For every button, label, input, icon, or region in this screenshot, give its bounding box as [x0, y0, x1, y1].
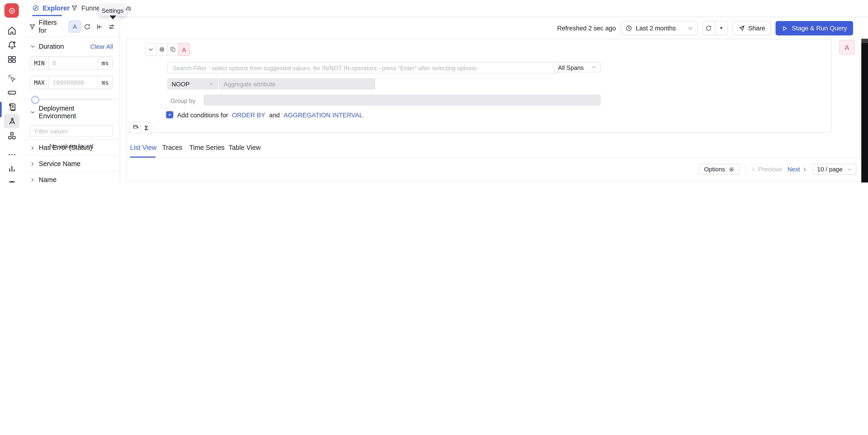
database-zap-icon — [132, 124, 139, 131]
settings-tooltip: Settings — [99, 4, 126, 16]
chevron-down-icon — [148, 46, 154, 53]
query-toolbar: A — [145, 43, 190, 56]
query-builder-button[interactable] — [129, 122, 141, 133]
tab-list-view[interactable]: List View — [130, 144, 157, 152]
caret-down-icon — [719, 26, 723, 30]
compass-icon — [32, 4, 39, 11]
bell-icon — [7, 40, 17, 49]
query-clone-button[interactable] — [167, 43, 179, 56]
deployment-filter-input[interactable] — [30, 125, 113, 137]
tooltip-caret — [110, 15, 116, 20]
refresh-options-button[interactable] — [715, 22, 727, 35]
target-eye-icon — [159, 46, 165, 53]
max-label: MAX — [30, 76, 49, 88]
duration-title: Duration — [39, 43, 64, 50]
tab-explorer[interactable]: Explorer — [32, 0, 69, 16]
duration-max-group: MAX ms — [30, 76, 113, 89]
next-page-button[interactable]: Next — [787, 166, 807, 173]
send-icon — [738, 25, 745, 32]
chevron-right-icon — [30, 177, 35, 182]
query-focus-button[interactable] — [156, 43, 168, 56]
nav-infrastructure[interactable] — [4, 85, 20, 99]
formula-button[interactable]: Σ — [141, 122, 152, 133]
aggregate-operator-value: NOOP — [172, 80, 189, 87]
logs-scroll-icon — [7, 102, 17, 111]
cubes-icon — [7, 131, 17, 140]
nav-alerts[interactable] — [4, 38, 20, 52]
refresh-button[interactable] — [703, 22, 715, 35]
duration-min-group: MIN ms — [30, 56, 113, 70]
builder-mode-buttons: Σ — [129, 122, 152, 133]
tab-traces[interactable]: Traces — [162, 144, 182, 152]
dashboard-grid-icon — [7, 55, 17, 64]
and-text: and — [269, 111, 280, 118]
stage-run-query-button[interactable]: Stage & Run Query — [776, 21, 853, 35]
chevron-right-icon — [30, 145, 35, 150]
group-by-label: Group by — [170, 97, 196, 104]
clear-all-link[interactable]: Clear All — [90, 43, 113, 50]
app-window: Explorer Funnels Views Settings Filters … — [0, 0, 868, 182]
filters-sidebar: Filters for A Duration Clear All MIN ms … — [23, 17, 120, 182]
ellipsis-icon — [7, 149, 17, 159]
aggregate-operator-select[interactable]: NOOP — [167, 78, 218, 90]
chevron-down-icon — [209, 81, 214, 86]
duration-min-input[interactable] — [49, 57, 97, 69]
filter-section-has-error-status-[interactable]: Has Error (Status) — [23, 139, 120, 155]
add-conditions-row: + Add conditions for ORDER BY and AGGREG… — [166, 111, 363, 118]
vertical-scrollbar-thumb[interactable] — [861, 43, 868, 182]
share-button[interactable]: Share — [732, 21, 771, 35]
nav-exceptions[interactable] — [4, 176, 20, 182]
deployment-title: Deployment Environment — [39, 105, 113, 120]
gear-icon — [728, 166, 734, 172]
chevron-down-icon — [591, 65, 596, 70]
previous-page-button[interactable]: Previous — [751, 166, 782, 173]
logo-eye-icon — [7, 6, 16, 14]
collapsed-filter-sections: Has Error (Status)Service NameNameRpc Me… — [23, 139, 120, 182]
active-view-underline — [130, 157, 156, 158]
span-scope-select[interactable]: All Spans — [554, 62, 601, 72]
table-options-row: Options Previous Next 10 / page — [0, 164, 857, 175]
options-button[interactable]: Options — [699, 164, 739, 175]
copy-icon — [170, 46, 176, 53]
vertical-scrollbar-track[interactable] — [861, 39, 868, 182]
filter-section-label: Has Error (Status) — [39, 144, 92, 152]
time-range-select[interactable]: Last 2 months — [620, 21, 698, 35]
aggregation-interval-link[interactable]: AGGREGATION INTERVAL — [284, 111, 363, 118]
server-icon — [7, 88, 17, 97]
page-header-controls: Refreshed 2 sec ago Last 2 months Share … — [0, 21, 853, 35]
max-unit: ms — [97, 76, 112, 88]
min-unit: ms — [97, 57, 112, 69]
query-name-chip[interactable]: A — [178, 43, 190, 56]
tab-table-view[interactable]: Table View — [228, 144, 260, 152]
refresh-icon — [706, 25, 712, 32]
chevron-down-icon — [687, 26, 693, 31]
chevron-left-icon — [751, 167, 756, 172]
duration-max-input[interactable] — [49, 76, 97, 88]
page-size-select[interactable]: 10 / page — [813, 164, 857, 175]
aggregate-attribute-field: Aggregate attribute — [219, 78, 375, 90]
query-collapse-button[interactable] — [145, 43, 157, 56]
search-filter-input[interactable] — [167, 62, 559, 73]
nav-logs[interactable] — [4, 99, 20, 114]
chevron-right-icon — [802, 167, 807, 172]
funnel-icon — [71, 4, 78, 11]
time-range-value: Last 2 months — [636, 25, 676, 32]
table-header-row: TimestampserviceNamenamedurationNanohttp… — [126, 180, 862, 182]
nav-more[interactable] — [4, 147, 20, 161]
nav-services[interactable] — [4, 128, 20, 143]
query-a-badge[interactable]: A — [839, 40, 855, 55]
nav-dashboards[interactable] — [4, 52, 20, 66]
nav-onboarding[interactable] — [4, 71, 20, 85]
refresh-split-button — [702, 21, 728, 35]
result-view-tabs: List View Traces Time Series Table View — [126, 143, 862, 158]
chevron-down-icon[interactable] — [30, 109, 35, 115]
chevron-down-icon[interactable] — [30, 43, 35, 49]
spans-table: TimestampserviceNamenamedurationNanohttp… — [126, 180, 862, 182]
active-tab-underline — [32, 15, 62, 16]
span-scope-value: All Spans — [558, 64, 584, 70]
signoz-logo-icon[interactable] — [4, 3, 19, 18]
order-by-link[interactable]: ORDER BY — [232, 111, 265, 118]
add-conditions-button[interactable]: + — [166, 111, 174, 118]
nav-traces-active[interactable] — [4, 114, 20, 128]
tab-time-series[interactable]: Time Series — [189, 144, 225, 152]
